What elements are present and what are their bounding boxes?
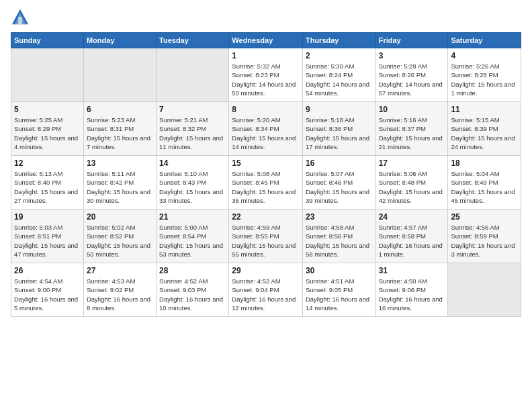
day-info: Sunrise: 5:08 AM Sunset: 8:45 PM Dayligh… [232, 169, 300, 205]
weekday-header: Thursday [302, 33, 375, 48]
calendar-cell: 30Sunrise: 4:51 AM Sunset: 9:05 PM Dayli… [302, 263, 375, 317]
calendar-cell: 13Sunrise: 5:11 AM Sunset: 8:42 PM Dayli… [83, 156, 156, 210]
calendar-cell: 8Sunrise: 5:20 AM Sunset: 8:34 PM Daylig… [229, 102, 303, 156]
calendar-week-row: 1Sunrise: 5:32 AM Sunset: 8:23 PM Daylig… [11, 48, 521, 102]
calendar-cell [11, 48, 84, 102]
day-number: 14 [159, 158, 226, 168]
day-info: Sunrise: 4:54 AM Sunset: 9:00 PM Dayligh… [14, 277, 81, 312]
header-row: SundayMondayTuesdayWednesdayThursdayFrid… [11, 33, 521, 48]
day-number: 9 [306, 105, 373, 114]
calendar-cell: 9Sunrise: 5:18 AM Sunset: 8:36 PM Daylig… [302, 102, 375, 156]
logo [11, 8, 32, 27]
day-info: Sunrise: 4:58 AM Sunset: 8:56 PM Dayligh… [306, 223, 373, 259]
day-info: Sunrise: 5:18 AM Sunset: 8:36 PM Dayligh… [306, 116, 373, 151]
weekday-header: Saturday [448, 33, 521, 48]
calendar-cell: 19Sunrise: 5:03 AM Sunset: 8:51 PM Dayli… [11, 210, 84, 263]
day-number: 30 [306, 266, 373, 275]
day-info: Sunrise: 4:57 AM Sunset: 8:58 PM Dayligh… [379, 223, 445, 259]
calendar-cell: 25Sunrise: 4:56 AM Sunset: 8:59 PM Dayli… [448, 210, 521, 263]
day-number: 22 [232, 212, 300, 222]
calendar-cell: 4Sunrise: 5:26 AM Sunset: 8:28 PM Daylig… [448, 48, 521, 102]
calendar-cell: 23Sunrise: 4:58 AM Sunset: 8:56 PM Dayli… [302, 210, 375, 263]
day-number: 24 [379, 212, 445, 222]
day-number: 28 [159, 266, 226, 275]
calendar-cell [83, 48, 156, 102]
day-number: 29 [232, 266, 300, 275]
day-info: Sunrise: 5:20 AM Sunset: 8:34 PM Dayligh… [232, 116, 300, 151]
day-number: 16 [306, 158, 373, 168]
day-info: Sunrise: 5:13 AM Sunset: 8:40 PM Dayligh… [14, 169, 81, 205]
calendar-body: 1Sunrise: 5:32 AM Sunset: 8:23 PM Daylig… [11, 48, 521, 317]
day-number: 15 [232, 158, 300, 168]
weekday-header: Sunday [11, 33, 84, 48]
calendar-cell: 14Sunrise: 5:10 AM Sunset: 8:43 PM Dayli… [157, 156, 229, 210]
calendar-cell: 31Sunrise: 4:50 AM Sunset: 9:06 PM Dayli… [375, 263, 448, 317]
day-info: Sunrise: 4:52 AM Sunset: 9:03 PM Dayligh… [159, 277, 226, 312]
weekday-header: Tuesday [157, 33, 229, 48]
day-number: 20 [87, 212, 153, 222]
day-number: 19 [14, 212, 81, 222]
day-info: Sunrise: 4:50 AM Sunset: 9:06 PM Dayligh… [379, 277, 445, 312]
calendar-cell: 17Sunrise: 5:06 AM Sunset: 8:48 PM Dayli… [375, 156, 448, 210]
calendar-header: SundayMondayTuesdayWednesdayThursdayFrid… [11, 33, 521, 48]
calendar-cell: 2Sunrise: 5:30 AM Sunset: 8:24 PM Daylig… [302, 48, 375, 102]
calendar-cell: 29Sunrise: 4:52 AM Sunset: 9:04 PM Dayli… [229, 263, 303, 317]
day-info: Sunrise: 4:51 AM Sunset: 9:05 PM Dayligh… [306, 277, 373, 312]
day-info: Sunrise: 5:26 AM Sunset: 8:28 PM Dayligh… [451, 62, 518, 97]
day-info: Sunrise: 5:23 AM Sunset: 8:31 PM Dayligh… [87, 116, 153, 151]
day-info: Sunrise: 5:03 AM Sunset: 8:51 PM Dayligh… [14, 223, 81, 259]
calendar-cell: 1Sunrise: 5:32 AM Sunset: 8:23 PM Daylig… [229, 48, 303, 102]
page: SundayMondayTuesdayWednesdayThursdayFrid… [0, 0, 532, 411]
day-info: Sunrise: 4:52 AM Sunset: 9:04 PM Dayligh… [232, 277, 300, 312]
day-info: Sunrise: 5:25 AM Sunset: 8:29 PM Dayligh… [14, 116, 81, 151]
weekday-header: Wednesday [229, 33, 303, 48]
day-info: Sunrise: 5:32 AM Sunset: 8:23 PM Dayligh… [232, 62, 300, 97]
weekday-header: Monday [83, 33, 156, 48]
day-number: 10 [379, 105, 445, 114]
calendar-cell: 5Sunrise: 5:25 AM Sunset: 8:29 PM Daylig… [11, 102, 84, 156]
day-info: Sunrise: 4:53 AM Sunset: 9:02 PM Dayligh… [87, 277, 153, 312]
calendar-table: SundayMondayTuesdayWednesdayThursdayFrid… [11, 32, 521, 317]
day-number: 1 [232, 51, 300, 60]
day-number: 8 [232, 105, 300, 114]
svg-rect-2 [18, 17, 22, 24]
calendar-cell: 18Sunrise: 5:04 AM Sunset: 8:49 PM Dayli… [448, 156, 521, 210]
day-number: 5 [14, 105, 81, 114]
day-info: Sunrise: 5:28 AM Sunset: 8:26 PM Dayligh… [379, 62, 445, 97]
calendar-cell: 11Sunrise: 5:15 AM Sunset: 8:39 PM Dayli… [448, 102, 521, 156]
calendar-cell: 24Sunrise: 4:57 AM Sunset: 8:58 PM Dayli… [375, 210, 448, 263]
day-number: 26 [14, 266, 81, 275]
day-info: Sunrise: 5:00 AM Sunset: 8:54 PM Dayligh… [159, 223, 226, 259]
day-info: Sunrise: 5:06 AM Sunset: 8:48 PM Dayligh… [379, 169, 445, 205]
day-number: 18 [451, 158, 518, 168]
calendar-cell: 15Sunrise: 5:08 AM Sunset: 8:45 PM Dayli… [229, 156, 303, 210]
day-info: Sunrise: 5:16 AM Sunset: 8:37 PM Dayligh… [379, 116, 445, 151]
calendar-week-row: 12Sunrise: 5:13 AM Sunset: 8:40 PM Dayli… [11, 156, 521, 210]
day-number: 3 [379, 51, 445, 60]
day-info: Sunrise: 5:10 AM Sunset: 8:43 PM Dayligh… [159, 169, 226, 205]
day-number: 4 [451, 51, 518, 60]
calendar-week-row: 26Sunrise: 4:54 AM Sunset: 9:00 PM Dayli… [11, 263, 521, 317]
day-info: Sunrise: 4:56 AM Sunset: 8:59 PM Dayligh… [451, 223, 518, 259]
day-info: Sunrise: 5:15 AM Sunset: 8:39 PM Dayligh… [451, 116, 518, 151]
day-number: 27 [87, 266, 153, 275]
calendar-cell: 3Sunrise: 5:28 AM Sunset: 8:26 PM Daylig… [375, 48, 448, 102]
day-number: 31 [379, 266, 445, 275]
day-number: 12 [14, 158, 81, 168]
calendar-cell: 26Sunrise: 4:54 AM Sunset: 9:00 PM Dayli… [11, 263, 84, 317]
calendar-week-row: 5Sunrise: 5:25 AM Sunset: 8:29 PM Daylig… [11, 102, 521, 156]
day-info: Sunrise: 5:21 AM Sunset: 8:32 PM Dayligh… [159, 116, 226, 151]
day-number: 17 [379, 158, 445, 168]
day-number: 11 [451, 105, 518, 114]
calendar-cell: 10Sunrise: 5:16 AM Sunset: 8:37 PM Dayli… [375, 102, 448, 156]
header [11, 8, 521, 27]
day-number: 25 [451, 212, 518, 222]
day-number: 6 [87, 105, 153, 114]
calendar-cell: 12Sunrise: 5:13 AM Sunset: 8:40 PM Dayli… [11, 156, 84, 210]
calendar-cell: 20Sunrise: 5:02 AM Sunset: 8:52 PM Dayli… [83, 210, 156, 263]
calendar-cell: 27Sunrise: 4:53 AM Sunset: 9:02 PM Dayli… [83, 263, 156, 317]
day-info: Sunrise: 5:02 AM Sunset: 8:52 PM Dayligh… [87, 223, 153, 259]
logo-icon [11, 8, 30, 27]
day-info: Sunrise: 4:59 AM Sunset: 8:55 PM Dayligh… [232, 223, 300, 259]
day-info: Sunrise: 5:07 AM Sunset: 8:46 PM Dayligh… [306, 169, 373, 205]
